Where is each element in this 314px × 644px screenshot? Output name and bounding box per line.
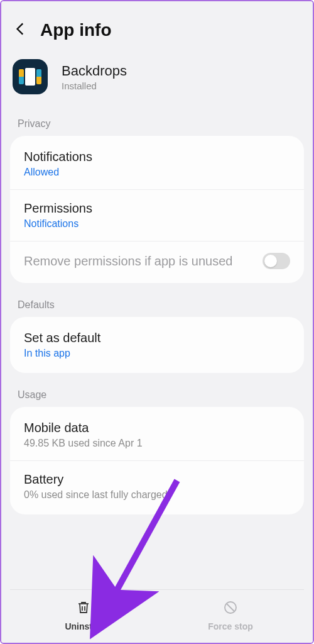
force-stop-button: Force stop [157,590,304,643]
usage-card: Mobile data 49.85 KB used since Apr 1 Ba… [10,407,304,514]
notifications-value: Allowed [24,167,290,178]
permissions-item[interactable]: Permissions Notifications [10,189,304,241]
app-icon [13,59,48,94]
section-label-privacy: Privacy [10,113,304,136]
set-default-value: In this app [24,348,290,359]
section-label-usage: Usage [10,384,304,407]
uninstall-label: Uninstall [65,621,102,631]
trash-icon [76,600,91,618]
app-status: Installed [62,80,127,91]
battery-title: Battery [24,472,290,487]
uninstall-button[interactable]: Uninstall [10,590,157,643]
page-title: App info [40,20,112,40]
bottom-bar: Uninstall Force stop [10,589,304,643]
mobile-data-title: Mobile data [24,421,290,435]
section-label-defaults: Defaults [10,294,304,317]
set-default-title: Set as default [24,331,290,345]
app-name: Backdrops [62,63,127,79]
notifications-title: Notifications [24,150,290,164]
defaults-card: Set as default In this app [10,317,304,373]
permissions-value: Notifications [24,218,290,230]
mobile-data-item[interactable]: Mobile data 49.85 KB used since Apr 1 [10,409,304,460]
force-stop-label: Force stop [208,621,253,631]
back-icon[interactable] [13,21,29,40]
remove-permissions-title: Remove permissions if app is unused [24,254,232,269]
mobile-data-value: 49.85 KB used since Apr 1 [24,438,290,449]
set-default-item[interactable]: Set as default In this app [10,319,304,370]
privacy-card: Notifications Allowed Permissions Notifi… [10,136,304,283]
app-header: Backdrops Installed [10,59,304,113]
forbidden-icon [223,600,238,618]
battery-value: 0% used since last fully charged [24,489,290,501]
remove-permissions-item[interactable]: Remove permissions if app is unused [10,241,304,280]
permissions-title: Permissions [24,201,290,216]
remove-permissions-toggle[interactable] [263,253,290,269]
notifications-item[interactable]: Notifications Allowed [10,138,304,189]
battery-item[interactable]: Battery 0% used since last fully charged [10,460,304,512]
